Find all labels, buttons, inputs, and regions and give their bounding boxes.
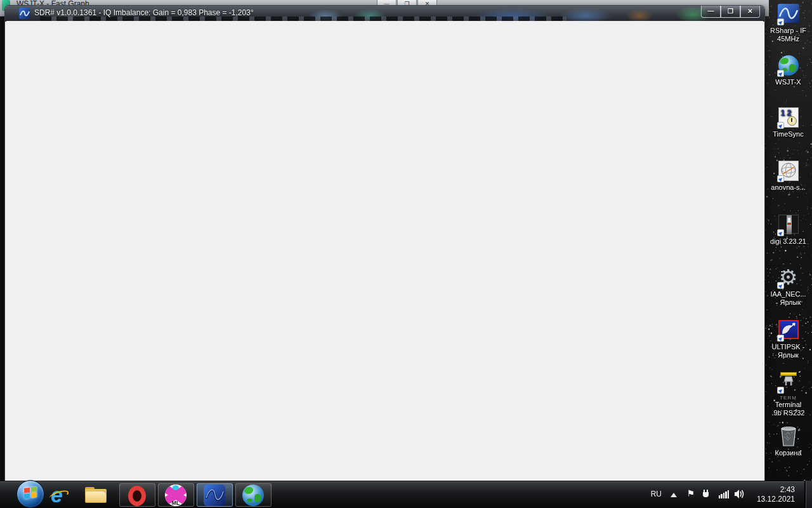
taskbar-button-sdr[interactable] — [197, 483, 233, 507]
language-indicator[interactable]: RU — [651, 490, 662, 498]
plug-icon — [777, 372, 800, 394]
sdr-window-title: SDR# v1.0.0.1361 - IQ Imbalance: Gain = … — [34, 8, 254, 17]
desktop-icon-sdrsharp[interactable]: RSharp - IF45MHz — [764, 3, 812, 43]
screen: RSharp - IF45MHzWSJT-X1 2TimeSyncanovna-… — [0, 0, 812, 508]
maximize-button[interactable]: ❐ — [721, 6, 740, 18]
wsjtx-icon — [777, 55, 800, 77]
desktop: RSharp - IF45MHzWSJT-X1 2TimeSyncanovna-… — [764, 0, 812, 481]
desktop-icon-label: RSharp - IF — [764, 27, 812, 35]
desktop-icon-label: - Ярлык — [764, 298, 812, 307]
shortcut-arrow-icon — [777, 175, 784, 182]
taskbar: eML RU 2:43 13.12.2021 — [0, 481, 812, 508]
action-center-flag-icon[interactable] — [686, 488, 695, 498]
desktop-icon-label: WSJT-X — [764, 78, 812, 86]
shortcut-arrow-icon — [777, 282, 784, 289]
wireglobe-icon — [777, 161, 800, 182]
terminal-ghost-text: TERM — [764, 395, 812, 401]
desktop-icon-label: Terminal — [764, 401, 812, 409]
shortcut-arrow-icon — [777, 122, 784, 129]
show-desktop-button[interactable] — [804, 481, 812, 508]
shortcut-arrow-icon — [777, 18, 784, 25]
sdrsharp-icon — [777, 4, 800, 25]
desktop-icon-label: .9b RS232 — [764, 409, 812, 417]
timesync-icon: 1 2 — [777, 107, 800, 129]
desktop-icon-label: digi 3.23.21 — [764, 237, 812, 246]
sdr-window-body — [6, 21, 763, 479]
tray-time: 2:43 — [757, 485, 795, 495]
desktop-icon-label: ULTIPSK - — [764, 343, 812, 351]
desktop-icon-label: Ярлык — [764, 351, 812, 359]
opera-icon — [126, 485, 148, 506]
desktop-icon-label: anovna-s... — [764, 184, 812, 192]
sdr-titlebar[interactable]: SDR# v1.0.0.1361 - IQ Imbalance: Gain = … — [5, 6, 764, 22]
taskbar-button-wsjt[interactable] — [235, 483, 272, 507]
shortcut-arrow-icon — [777, 70, 784, 77]
desktop-icon-label: IAA_NEC... — [764, 290, 812, 298]
clock[interactable]: 2:43 13.12.2021 — [757, 485, 795, 504]
digi-icon — [777, 215, 800, 236]
shortcut-arrow-icon — [777, 229, 784, 236]
taskbar-button-ml[interactable]: ML — [158, 483, 194, 507]
bin-icon — [777, 426, 800, 448]
taskbar-button-folder[interactable] — [85, 487, 107, 504]
desktop-icon-label: Корзина — [764, 449, 812, 457]
sdr-icon — [204, 485, 225, 506]
desktop-icon-wireglobe[interactable]: anovna-s... — [764, 160, 812, 192]
desktop-icon-wsjtx[interactable]: WSJT-X — [764, 55, 812, 86]
shortcut-arrow-icon — [777, 387, 784, 394]
desktop-icon-label: TimeSync — [764, 130, 812, 138]
power-plug-icon[interactable] — [701, 489, 711, 502]
sdr-app-icon — [19, 8, 30, 19]
desktop-icon-bin[interactable]: Корзина — [764, 425, 812, 457]
minimize-button[interactable]: — — [701, 6, 721, 18]
dish-icon — [777, 320, 800, 342]
gear-icon: ⚙ — [777, 267, 800, 289]
tray-expand-icon[interactable] — [671, 493, 677, 497]
tray-date: 13.12.2021 — [757, 495, 795, 504]
desktop-icon-gear[interactable]: ⚙IAA_NEC...- Ярлык — [764, 267, 812, 307]
desktop-icon-label: 45MHz — [764, 35, 812, 43]
desktop-icon-digi[interactable]: digi 3.23.21 — [764, 213, 812, 246]
shortcut-arrow-icon — [777, 335, 784, 342]
taskbar-button-ie[interactable]: e — [48, 486, 70, 505]
desktop-icon-plug[interactable]: TERMTerminal.9b RS232 — [764, 371, 812, 417]
start-button-orb — [16, 480, 44, 508]
desktop-icon-timesync[interactable]: 1 2TimeSync — [764, 107, 812, 138]
desktop-icon-dish[interactable]: ULTIPSK -Ярлык — [764, 319, 812, 359]
taskbar-button-opera[interactable] — [119, 483, 155, 507]
close-button[interactable]: ✕ — [740, 6, 760, 18]
network-signal-icon[interactable] — [719, 490, 730, 498]
volume-icon[interactable] — [734, 489, 745, 502]
ml-icon: ML — [165, 485, 187, 506]
wsjt-icon — [242, 485, 264, 506]
